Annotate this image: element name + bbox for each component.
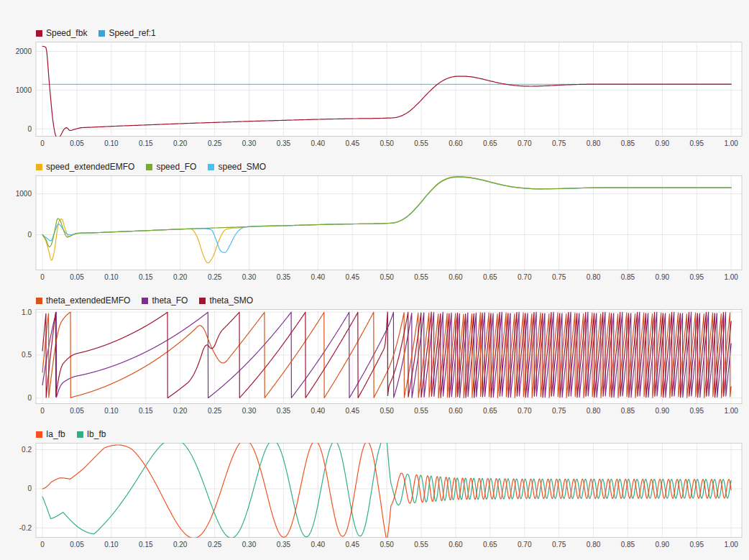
chart-block-speed: Speed_fbkSpeed_ref:120001000000.050.100.… xyxy=(1,26,749,150)
x-tick-label: 0 xyxy=(40,139,45,147)
x-tick-label: 0.50 xyxy=(380,139,394,147)
x-tick-label: 0.80 xyxy=(587,139,601,147)
legend-swatch-icon xyxy=(36,431,42,438)
x-tick-label: 0.90 xyxy=(656,273,670,281)
x-tick-label: 1.00 xyxy=(724,273,738,281)
chart-block-theta: theta_extendedEMFOtheta_FOtheta_SMO1.00.… xyxy=(1,293,749,417)
x-tick-label: 0.95 xyxy=(690,541,704,548)
legend-swatch-icon xyxy=(142,298,148,304)
x-tick-label: 0.10 xyxy=(104,139,119,147)
y-tick-label: 0.2 xyxy=(22,446,32,454)
legend-swatch-icon xyxy=(208,164,214,170)
x-tick-label: 0.70 xyxy=(518,407,532,415)
x-tick-label: 0.15 xyxy=(139,407,153,415)
x-tick-label: 0.90 xyxy=(656,541,670,548)
x-tick-label: 1.00 xyxy=(724,541,738,548)
y-tick-label: 0 xyxy=(27,485,32,492)
x-tick-label: 0.55 xyxy=(414,273,428,281)
x-tick-label: 0.40 xyxy=(311,273,326,281)
x-tick-label: 0.05 xyxy=(70,541,84,548)
x-tick-label: 0.25 xyxy=(208,139,222,147)
x-tick-label: 0.10 xyxy=(104,407,119,415)
x-tick-label: 0.40 xyxy=(311,407,326,415)
x-tick-label: 0.35 xyxy=(277,139,291,147)
x-tick-label: 0.75 xyxy=(552,273,566,281)
x-tick-label: 0.05 xyxy=(70,407,84,415)
x-tick-label: 0.45 xyxy=(345,407,359,415)
x-tick-label: 0.95 xyxy=(690,407,704,415)
y-tick-label: 0 xyxy=(27,125,32,133)
scope-window: { "page": { "bg": "#f6f6f6", "plot_bg": … xyxy=(0,0,749,560)
y-tick-label: 0 xyxy=(27,394,32,402)
legend-item-Ib_fb[interactable]: Ib_fb xyxy=(77,429,106,439)
chart-block-currents: Ia_fbIb_fb0.20-0.200.050.100.150.200.250… xyxy=(1,427,749,551)
legend-theta: theta_extendedEMFOtheta_FOtheta_SMO xyxy=(36,293,749,308)
y-tick-label: 1000 xyxy=(16,86,32,94)
legend-item-theta_SMO[interactable]: theta_SMO xyxy=(199,295,253,306)
x-tick-label: 0.20 xyxy=(173,139,188,147)
x-tick-label: 1.00 xyxy=(724,139,738,147)
x-tick-label: 0.95 xyxy=(690,273,704,281)
legend-item-Speed_ref:1[interactable]: Speed_ref:1 xyxy=(98,28,155,38)
legend-item-Speed_fbk[interactable]: Speed_fbk xyxy=(36,28,87,38)
legend-item-speed_SMO[interactable]: speed_SMO xyxy=(208,162,266,172)
x-tick-label: 0.70 xyxy=(518,541,532,548)
plot-background xyxy=(36,42,742,137)
legend-label: Speed_fbk xyxy=(46,28,87,38)
legend-label: Speed_ref:1 xyxy=(109,28,155,38)
x-tick-label: 0.15 xyxy=(139,139,153,147)
legend-item-speed_FO[interactable]: speed_FO xyxy=(146,162,196,172)
x-tick-label: 0.25 xyxy=(208,273,222,281)
x-tick-label: 0.10 xyxy=(104,273,119,281)
plot-theta: 1.00.5000.050.100.150.200.250.300.350.40… xyxy=(1,309,748,417)
legend-label: speed_FO xyxy=(156,162,196,172)
x-tick-label: 0.20 xyxy=(173,541,188,548)
x-tick-label: 0.30 xyxy=(242,273,257,281)
legend-item-theta_FO[interactable]: theta_FO xyxy=(142,295,188,306)
x-tick-label: 0.60 xyxy=(449,273,463,281)
x-tick-label: 0.75 xyxy=(552,139,566,147)
legend-speed: Speed_fbkSpeed_ref:1 xyxy=(36,26,749,40)
y-tick-label: 0 xyxy=(27,231,32,239)
x-tick-label: 0.25 xyxy=(208,541,222,548)
x-tick-label: 0.90 xyxy=(656,407,670,415)
y-tick-label: 1.0 xyxy=(22,309,32,316)
legend-swatch-icon xyxy=(36,164,42,170)
x-tick-label: 0.45 xyxy=(345,139,359,147)
legend-label: Ia_fb xyxy=(46,429,65,439)
x-tick-label: 0.90 xyxy=(656,139,670,147)
legend-label: speed_SMO xyxy=(218,162,266,172)
x-tick-label: 0.80 xyxy=(587,273,601,281)
legend-swatch-icon xyxy=(36,298,42,304)
x-tick-label: 0.55 xyxy=(414,407,428,415)
legend-item-theta_extendedEMFO[interactable]: theta_extendedEMFO xyxy=(36,295,130,306)
x-tick-label: 0.40 xyxy=(311,139,326,147)
x-tick-label: 0.15 xyxy=(139,541,153,548)
x-tick-label: 0.75 xyxy=(552,541,566,548)
legend-label: theta_FO xyxy=(152,295,188,306)
x-tick-label: 0.60 xyxy=(449,139,463,147)
legend-item-speed_extendedEMFO[interactable]: speed_extendedEMFO xyxy=(36,162,134,172)
y-tick-label: -0.2 xyxy=(19,524,32,532)
x-tick-label: 0.15 xyxy=(139,273,153,281)
x-tick-label: 0 xyxy=(40,273,45,281)
x-tick-label: 0.45 xyxy=(345,273,359,281)
x-tick-label: 0.75 xyxy=(552,407,566,415)
x-tick-label: 0.65 xyxy=(483,407,497,415)
legend-swatch-icon xyxy=(146,164,152,170)
x-tick-label: 0.20 xyxy=(173,407,188,415)
x-tick-label: 0.40 xyxy=(311,541,326,548)
plot-speed: 20001000000.050.100.150.200.250.300.350.… xyxy=(1,42,748,150)
x-tick-label: 0.30 xyxy=(242,407,257,415)
legend-observer-speeds: speed_extendedEMFOspeed_FOspeed_SMO xyxy=(36,160,749,174)
x-tick-label: 0.05 xyxy=(70,139,84,147)
legend-swatch-icon xyxy=(199,298,206,304)
x-tick-label: 0.70 xyxy=(518,273,532,281)
legend-item-Ia_fb[interactable]: Ia_fb xyxy=(36,429,65,439)
x-tick-label: 0.05 xyxy=(70,273,84,281)
x-tick-label: 0.65 xyxy=(483,541,497,548)
legend-swatch-icon xyxy=(77,431,83,438)
x-tick-label: 0.55 xyxy=(414,139,428,147)
charts-root: Speed_fbkSpeed_ref:120001000000.050.100.… xyxy=(0,0,749,551)
y-tick-label: 2000 xyxy=(16,47,32,55)
